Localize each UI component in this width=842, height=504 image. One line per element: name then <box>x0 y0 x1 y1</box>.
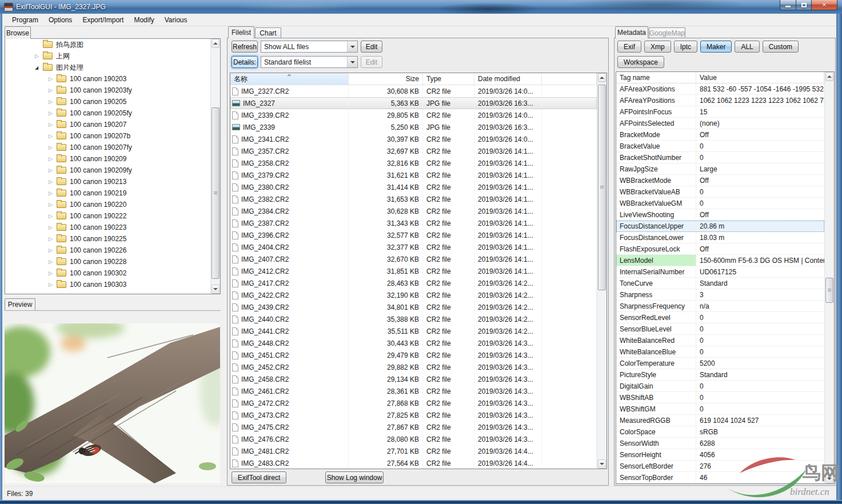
metadata-row[interactable]: WBBracketMode Off <box>616 175 824 186</box>
scroll-up-icon[interactable] <box>212 39 220 48</box>
expander-icon[interactable] <box>49 134 57 139</box>
filelist-scrollbar[interactable] <box>597 73 606 469</box>
tree-scrollbar[interactable] <box>210 39 220 294</box>
tree-item[interactable]: 100 canon 190213 <box>5 176 210 187</box>
table-row[interactable]: IMG_2441.CR2 35,511 KB CR2 file 2019/03/… <box>230 325 597 337</box>
tree-item[interactable]: 拍鸟原图 <box>5 39 210 50</box>
table-row[interactable]: IMG_2339.CR2 29,805 KB CR2 file 2019/03/… <box>230 109 597 121</box>
details-button[interactable]: Details: <box>232 56 258 68</box>
show-log-window-button[interactable]: Show Log window <box>325 471 384 483</box>
table-row[interactable]: IMG_2417.CR2 28,463 KB CR2 file 2019/03/… <box>230 277 597 289</box>
metadata-row[interactable]: WhiteBalanceBlue 0 <box>616 346 824 358</box>
metadata-scrollbar[interactable] <box>824 72 834 483</box>
maximize-button[interactable] <box>796 0 812 10</box>
table-row[interactable]: IMG_2473.CR2 27,825 KB CR2 file 2019/03/… <box>230 409 597 421</box>
metadata-row[interactable]: PictureStyle Standard <box>616 369 824 381</box>
table-row[interactable]: IMG_2407.CR2 32,670 KB CR2 file 2019/03/… <box>230 253 597 265</box>
column-header-value[interactable]: Value <box>696 72 824 83</box>
details-select[interactable]: Standard filelist <box>261 56 358 68</box>
metadata-row[interactable]: SensorWidth 6288 <box>616 438 824 449</box>
expander-icon[interactable] <box>49 271 57 276</box>
column-header-date[interactable]: Date modified <box>474 73 542 85</box>
metadata-row[interactable]: ColorSpace sRGB <box>616 426 824 438</box>
metadata-row[interactable]: InternalSerialNumber UD0617125 <box>616 266 824 278</box>
tree-item[interactable]: 100 canon 190225 <box>5 233 210 245</box>
expander-icon[interactable] <box>49 248 57 253</box>
table-row[interactable]: IMG_2439.CR2 34,801 KB CR2 file 2019/03/… <box>230 301 597 313</box>
tab-filelist[interactable]: Filelist <box>228 26 254 38</box>
tree-item[interactable]: 100 canon 190207 <box>5 119 210 130</box>
metadata-row[interactable]: FocusDistanceLower 18.03 m <box>616 232 824 243</box>
table-row[interactable]: IMG_2440.CR2 35,388 KB CR2 file 2019/03/… <box>230 313 597 325</box>
metadata-group-button[interactable]: Maker <box>700 41 732 53</box>
expander-icon[interactable] <box>49 145 57 150</box>
edit-filter-button[interactable]: Edit <box>361 41 382 53</box>
menu-item[interactable]: Export/Import <box>77 15 129 25</box>
tree-item[interactable]: 100 canon 190207fy <box>5 142 210 153</box>
metadata-row[interactable]: AFPointsSelected (none) <box>616 118 824 129</box>
tree-item[interactable]: 上网 <box>5 50 210 62</box>
tree-item[interactable]: 100 canon 190219 <box>5 187 210 199</box>
table-row[interactable]: IMG_2387.CR2 31,343 KB CR2 file 2019/03/… <box>230 217 597 229</box>
expander-icon[interactable] <box>49 191 57 196</box>
tree-item[interactable]: 100 canon 190209fy <box>5 165 210 176</box>
table-row[interactable]: IMG_2404.CR2 32,377 KB CR2 file 2019/03/… <box>230 241 597 253</box>
column-header-size[interactable]: Size <box>349 73 423 85</box>
tree-item[interactable]: 100 canon 190226 <box>5 245 210 256</box>
metadata-row[interactable]: AFAreaXPositions 881 532 -60 -557 -1054 … <box>616 83 824 95</box>
tree-item[interactable]: 100 canon 190223 <box>5 222 210 233</box>
tree-item[interactable]: 100 canon 190303 <box>5 279 210 290</box>
metadata-row[interactable]: DigitalGain 0 <box>616 381 824 392</box>
table-row[interactable]: IMG_2341.CR2 30,397 KB CR2 file 2019/03/… <box>230 133 597 145</box>
tree-scrollbar-thumb[interactable] <box>212 107 220 279</box>
expander-icon[interactable] <box>49 179 57 185</box>
app-icon[interactable] <box>4 3 13 11</box>
expander-icon[interactable] <box>49 237 57 242</box>
scroll-down-icon[interactable] <box>598 459 606 469</box>
menu-item[interactable]: Various <box>159 15 193 25</box>
metadata-row[interactable]: BracketShotNumber 0 <box>616 152 824 163</box>
metadata-row[interactable]: WhiteBalanceRed 0 <box>616 335 824 346</box>
tab-preview[interactable]: Preview <box>5 298 35 310</box>
workspace-button[interactable]: Workspace <box>617 56 664 68</box>
menu-item[interactable]: Options <box>43 15 77 25</box>
expander-icon[interactable] <box>49 157 57 162</box>
scroll-up-icon[interactable] <box>598 73 606 82</box>
exiftool-direct-button[interactable]: ExifTool direct <box>232 471 286 483</box>
chevron-down-icon[interactable] <box>347 41 357 52</box>
tab-googlemap[interactable]: GoogleMap <box>649 27 685 38</box>
column-header-tag[interactable]: Tag name <box>616 72 696 83</box>
metadata-scrollbar-thumb[interactable] <box>825 278 833 303</box>
table-row[interactable]: IMG_2379.CR2 31,621 KB CR2 file 2019/03/… <box>230 169 597 181</box>
table-row[interactable]: IMG_2451.CR2 29,479 KB CR2 file 2019/03/… <box>230 349 597 361</box>
expander-icon[interactable] <box>49 282 57 287</box>
metadata-row[interactable]: Sharpness 3 <box>616 289 824 301</box>
menu-item[interactable]: Program <box>7 15 43 25</box>
tree-item[interactable]: 100 canon 190203fy <box>5 85 210 96</box>
table-row[interactable]: IMG_2396.CR2 32,577 KB CR2 file 2019/03/… <box>230 229 597 241</box>
expander-icon[interactable] <box>49 88 57 93</box>
minimize-button[interactable] <box>780 0 796 10</box>
metadata-row[interactable]: SensorHeight 4056 <box>616 449 824 461</box>
table-row[interactable]: IMG_2452.CR2 29,882 KB CR2 file 2019/03/… <box>230 361 597 373</box>
expander-icon[interactable] <box>49 77 57 82</box>
table-row[interactable]: IMG_2448.CR2 30,443 KB CR2 file 2019/03/… <box>230 337 597 349</box>
table-row[interactable]: IMG_2472.CR2 27,868 KB CR2 file 2019/03/… <box>230 397 597 409</box>
table-row[interactable]: IMG_2422.CR2 32,190 KB CR2 file 2019/03/… <box>230 289 597 301</box>
metadata-group-button[interactable]: Xmp <box>644 41 671 53</box>
metadata-row[interactable]: LensModel 150-600mm F5-6.3 DG OS HSM | C… <box>616 255 824 266</box>
close-button[interactable]: ✕ <box>812 0 837 10</box>
expander-icon[interactable] <box>49 202 57 207</box>
table-row[interactable]: IMG_2327.CR2 30,608 KB CR2 file 2019/03/… <box>230 85 597 97</box>
tree-item[interactable]: 100 canon 190203 <box>5 73 210 85</box>
tab-browse[interactable]: Browse <box>5 26 31 39</box>
column-header-name[interactable]: 名称 <box>230 73 349 85</box>
metadata-row[interactable]: SensorBlueLevel 0 <box>616 323 824 335</box>
metadata-group-button[interactable]: ALL <box>735 41 759 53</box>
tree-item[interactable]: 100 canon 190222 <box>5 210 210 222</box>
scroll-up-icon[interactable] <box>825 72 833 81</box>
table-row[interactable]: IMG_2380.CR2 31,414 KB CR2 file 2019/03/… <box>230 181 597 193</box>
metadata-row[interactable]: SharpnessFrequency n/a <box>616 301 824 312</box>
metadata-row[interactable]: WBShiftAB 0 <box>616 392 824 403</box>
table-row[interactable]: IMG_2458.CR2 29,134 KB CR2 file 2019/03/… <box>230 373 597 385</box>
